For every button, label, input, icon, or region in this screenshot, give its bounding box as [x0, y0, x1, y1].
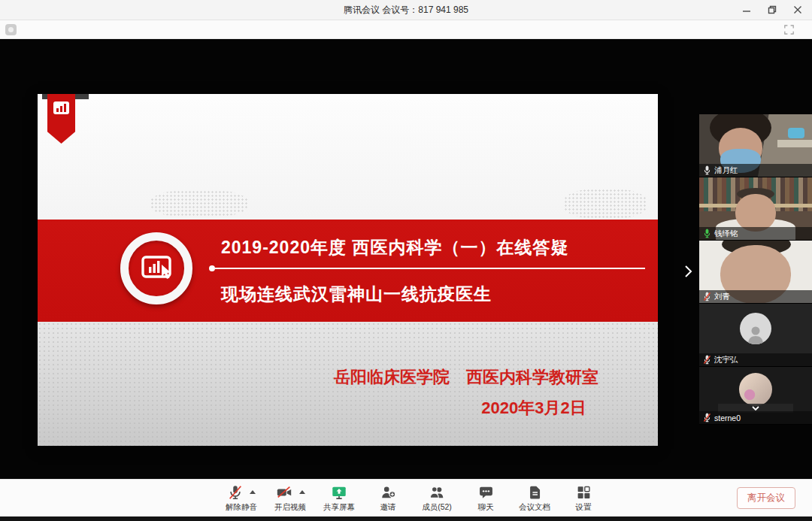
decor-dots — [150, 190, 248, 217]
fullscreen-icon[interactable] — [783, 23, 795, 36]
participant-name: 刘青 — [714, 292, 730, 302]
video-decor — [735, 194, 776, 232]
chat-button[interactable]: 聊天 — [467, 484, 504, 513]
participant-tile[interactable]: sterne0 — [699, 367, 812, 425]
settings-button[interactable]: 设置 — [565, 484, 602, 513]
participant-name: 沈宇弘 — [714, 355, 738, 365]
video-decor — [788, 128, 804, 138]
photo-avatar — [739, 373, 772, 406]
chat-icon — [477, 484, 495, 501]
button-label: 会议文档 — [519, 502, 550, 513]
screen-share-stage: 2019-2020年度 西医内科学（一）在线答疑 现场连线武汉雷神山一线抗疫医生… — [0, 39, 812, 479]
mic-status-icon — [703, 165, 711, 175]
share-indicator-icon[interactable] — [5, 24, 17, 35]
video-panel-collapse-button[interactable] — [679, 262, 697, 281]
participant-name-bar: 沈宇弘 — [699, 353, 812, 366]
mic-muted-icon — [703, 355, 711, 365]
members-icon — [428, 484, 446, 501]
participant-name: 浦月红 — [714, 165, 738, 176]
slide-date: 2020年3月2日 — [451, 397, 617, 420]
slide-title-line1: 2019-2020年度 西医内科学（一）在线答疑 — [221, 236, 568, 259]
participant-tile[interactable]: 浦月红 — [699, 114, 812, 177]
slide-title-divider — [215, 268, 645, 269]
share-screen-button[interactable]: 共享屏幕 — [320, 484, 358, 513]
decor-dots — [564, 189, 647, 219]
mic-status-icon — [703, 229, 711, 238]
person-icon — [748, 325, 763, 344]
participant-tile[interactable]: 沈宇弘 — [699, 304, 812, 367]
ribbon-bookmark — [47, 94, 75, 144]
window-title: 腾讯会议 会议号：817 941 985 — [344, 4, 468, 17]
slide-title-line2: 现场连线武汉雷神山一线抗疫医生 — [221, 283, 492, 306]
participant-name-bar: 钱绎铭 — [699, 227, 812, 240]
close-icon[interactable] — [788, 2, 807, 18]
invite-button[interactable]: 邀请 — [369, 484, 407, 513]
chevron-right-icon — [683, 265, 692, 278]
share-indicator-dot — [8, 27, 14, 32]
window-controls — [737, 0, 807, 20]
start-video-button[interactable]: 开启视频 — [271, 484, 309, 513]
bar — [64, 104, 66, 112]
minimize-icon[interactable] — [737, 2, 756, 18]
restore-icon[interactable] — [762, 2, 782, 18]
button-label: 解除静音 — [226, 502, 257, 513]
mic-muted-icon — [703, 292, 711, 301]
members-button[interactable]: 成员(52) — [418, 484, 456, 513]
button-label: 邀请 — [380, 502, 396, 513]
button-label: 开启视频 — [274, 502, 306, 513]
chart-tablet-icon — [53, 101, 69, 114]
slide-organization: 岳阳临床医学院 西医内科学教研室 — [289, 366, 643, 389]
document-icon — [527, 484, 543, 501]
leave-meeting-button[interactable]: 离开会议 — [737, 487, 795, 509]
participant-name-bar: 刘青 — [699, 290, 812, 303]
bar — [56, 108, 59, 112]
participant-tile[interactable]: 刘青 — [699, 241, 812, 304]
screen-share-icon — [330, 484, 348, 501]
slide-logo — [120, 232, 192, 304]
camera-off-icon — [275, 484, 293, 501]
unmute-button[interactable]: 解除静音 — [223, 484, 260, 513]
button-label: 共享屏幕 — [323, 502, 355, 513]
participant-video-panel: 浦月红 钱绎铭 刘青 — [699, 114, 812, 425]
mic-muted-icon — [227, 484, 244, 501]
slide-title-banner: 2019-2020年度 西医内科学（一）在线答疑 现场连线武汉雷神山一线抗疫医生 — [38, 220, 658, 322]
shared-slide: 2019-2020年度 西医内科学（一）在线答疑 现场连线武汉雷神山一线抗疫医生… — [38, 94, 658, 446]
mic-muted-icon — [703, 413, 711, 423]
slide-lower-section: 岳阳临床医学院 西医内科学教研室 2020年3月2日 — [38, 322, 658, 446]
button-label: 设置 — [576, 502, 592, 513]
meeting-docs-button[interactable]: 会议文档 — [516, 484, 553, 513]
default-avatar — [740, 313, 771, 344]
meeting-toolbar: 解除静音 开启视频 共享屏幕 — [0, 479, 812, 516]
participant-tile[interactable]: 钱绎铭 — [699, 177, 812, 241]
caret-up-icon[interactable] — [299, 490, 305, 494]
settings-icon — [576, 484, 592, 501]
participant-name: 钱绎铭 — [714, 229, 738, 239]
window-titlebar: 腾讯会议 会议号：817 941 985 — [0, 0, 812, 20]
invite-icon — [380, 484, 397, 501]
caret-up-icon[interactable] — [250, 490, 256, 494]
video-decor — [777, 140, 812, 147]
meeting-subbar — [0, 20, 812, 39]
bar — [60, 106, 62, 112]
chart-tablet-icon — [140, 254, 173, 283]
participant-name: sterne0 — [714, 413, 741, 423]
bottom-strip — [0, 516, 812, 521]
participant-name-bar: 浦月红 — [699, 164, 812, 177]
participant-name-bar: sterne0 — [699, 411, 812, 424]
button-label: 成员(52) — [422, 502, 452, 513]
button-label: 聊天 — [478, 502, 494, 513]
chevron-down-icon — [751, 405, 760, 411]
